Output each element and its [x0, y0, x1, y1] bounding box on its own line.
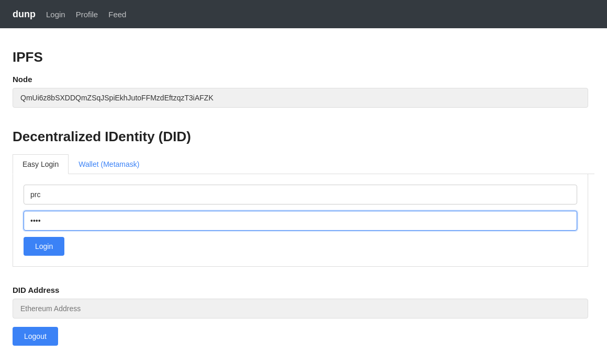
did-address-section: DID Address Logout: [13, 286, 594, 346]
ipfs-section: IPFS Node QmUi6z8bSXDDQmZSqJSpiEkhJutoFF…: [13, 49, 594, 108]
profile-nav-link[interactable]: Profile: [76, 10, 98, 19]
did-section: Decentralized IDentity (DID) Easy Login …: [13, 129, 594, 267]
did-address-label: DID Address: [13, 286, 594, 294]
feed-nav-link[interactable]: Feed: [108, 10, 126, 19]
wallet-metamask-tab[interactable]: Wallet (Metamask): [69, 154, 149, 174]
ipfs-title: IPFS: [13, 49, 594, 65]
node-label: Node: [13, 75, 594, 84]
node-value: QmUi6z8bSXDDQmZSqJSpiEkhJutoFFMzdEftzqzT…: [13, 88, 588, 108]
navbar: dunp Login Profile Feed: [0, 0, 607, 28]
login-button[interactable]: Login: [24, 237, 64, 256]
logout-button[interactable]: Logout: [13, 327, 58, 346]
easy-login-tab[interactable]: Easy Login: [13, 154, 69, 174]
username-input[interactable]: [24, 185, 577, 204]
navbar-brand[interactable]: dunp: [13, 9, 36, 20]
main-content: IPFS Node QmUi6z8bSXDDQmZSqJSpiEkhJutoFF…: [0, 28, 607, 364]
did-tabs: Easy Login Wallet (Metamask): [13, 154, 594, 174]
password-input[interactable]: [24, 211, 577, 231]
did-title: Decentralized IDentity (DID): [13, 129, 594, 145]
easy-login-tab-content: Login: [13, 174, 588, 267]
login-nav-link[interactable]: Login: [46, 10, 65, 19]
did-address-input[interactable]: [13, 299, 588, 318]
